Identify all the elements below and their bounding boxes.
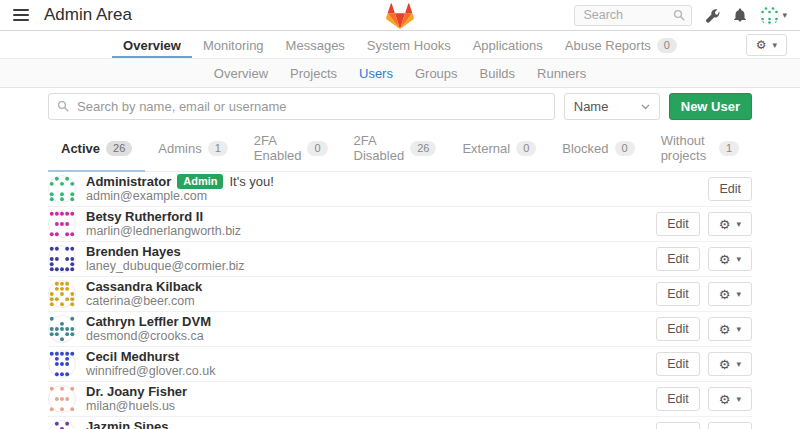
- users-list: Administrator Admin It's you! admin@exam…: [48, 172, 752, 429]
- caret-down-icon: ▾: [736, 220, 741, 229]
- caret-down-icon: ▾: [736, 290, 741, 299]
- user-email: admin@example.com: [86, 189, 708, 204]
- menu-icon[interactable]: [13, 9, 29, 21]
- user-row: Betsy Rutherford II marlin@lednerlangwor…: [48, 207, 752, 242]
- nav-tab-system-hooks[interactable]: System Hooks: [356, 31, 462, 58]
- user-email: marlin@lednerlangworth.biz: [86, 224, 656, 239]
- nav-tab-overview[interactable]: Overview: [112, 31, 192, 58]
- current-user-avatar: [760, 6, 779, 25]
- user-name[interactable]: Betsy Rutherford II: [86, 209, 203, 224]
- gitlab-logo[interactable]: [384, 2, 416, 30]
- user-avatar: [48, 245, 76, 273]
- subnav-groups[interactable]: Groups: [404, 66, 469, 81]
- abuse-reports-count-badge: 0: [657, 38, 677, 53]
- nav-tab-applications[interactable]: Applications: [462, 31, 554, 58]
- search-icon: [57, 100, 70, 113]
- nav-tab-abuse-reports[interactable]: Abuse Reports 0: [554, 31, 688, 58]
- user-avatar: [48, 210, 76, 238]
- caret-down-icon: ▾: [736, 360, 741, 369]
- filter-tab-active[interactable]: Active26: [48, 131, 145, 172]
- user-email: milan@huels.us: [86, 399, 656, 414]
- user-row: Jazmin Sipes juliet.turner@leannon.co.uk…: [48, 417, 752, 429]
- user-row: Cassandra Kilback caterina@beer.com Edit…: [48, 277, 752, 312]
- user-email: winnifred@glover.co.uk: [86, 364, 656, 379]
- gear-icon: ⚙: [719, 253, 731, 266]
- global-search: [574, 5, 692, 26]
- gear-icon: ⚙: [756, 38, 767, 52]
- edit-user-button[interactable]: Edit: [708, 177, 752, 201]
- user-settings-dropdown-button[interactable]: ⚙▾: [708, 387, 752, 411]
- user-settings-dropdown-button[interactable]: ⚙▾: [708, 352, 752, 376]
- sort-dropdown-value: Name: [574, 99, 609, 114]
- caret-down-icon: ▾: [736, 395, 741, 404]
- users-admin-content: Name New User Active26 Admins1 2FA Enabl…: [0, 93, 800, 429]
- gear-icon: ⚙: [719, 358, 731, 371]
- user-avatar: [48, 175, 76, 203]
- edit-user-button[interactable]: Edit: [656, 317, 700, 341]
- edit-user-button[interactable]: Edit: [656, 212, 700, 236]
- its-you-note: It's you!: [229, 174, 273, 189]
- edit-user-button[interactable]: Edit: [656, 422, 700, 429]
- user-row: Dr. Joany Fisher milan@huels.us Edit ⚙▾: [48, 382, 752, 417]
- edit-user-button[interactable]: Edit: [656, 387, 700, 411]
- user-filter-tabs: Active26 Admins1 2FA Enabled0 2FA Disabl…: [48, 131, 752, 172]
- user-settings-dropdown-button[interactable]: ⚙▾: [708, 317, 752, 341]
- edit-user-button[interactable]: Edit: [656, 247, 700, 271]
- filter-tab-without-projects[interactable]: Without projects1: [648, 131, 752, 172]
- caret-down-icon: ▾: [782, 11, 787, 20]
- user-name[interactable]: Cecil Medhurst: [86, 349, 179, 364]
- count-badge: 0: [516, 141, 536, 156]
- user-name[interactable]: Jazmin Sipes: [86, 419, 168, 429]
- user-name[interactable]: Administrator: [86, 174, 171, 189]
- user-avatar: [48, 350, 76, 378]
- edit-user-button[interactable]: Edit: [656, 282, 700, 306]
- user-row: Cathryn Leffler DVM desmond@crooks.ca Ed…: [48, 312, 752, 347]
- new-user-button[interactable]: New User: [669, 93, 752, 120]
- filter-tab-external[interactable]: External0: [449, 131, 549, 172]
- subnav-users[interactable]: Users: [348, 66, 404, 81]
- filter-tab-2fa-enabled[interactable]: 2FA Enabled0: [241, 131, 341, 172]
- admin-settings-dropdown-button[interactable]: ⚙ ▾: [746, 34, 787, 56]
- user-email: caterina@beer.com: [86, 294, 656, 309]
- user-name[interactable]: Cassandra Kilback: [86, 279, 202, 294]
- nav-tab-monitoring[interactable]: Monitoring: [192, 31, 275, 58]
- chevron-down-icon: [641, 104, 650, 110]
- count-badge: 0: [615, 141, 635, 156]
- count-badge: 0: [307, 141, 327, 156]
- count-badge: 26: [410, 141, 436, 156]
- filter-tab-2fa-disabled[interactable]: 2FA Disabled26: [341, 131, 450, 172]
- filter-tab-blocked[interactable]: Blocked0: [549, 131, 647, 172]
- user-avatar: [48, 420, 76, 429]
- subnav-runners[interactable]: Runners: [526, 66, 597, 81]
- user-settings-dropdown-button[interactable]: ⚙▾: [708, 282, 752, 306]
- nav-tab-messages[interactable]: Messages: [275, 31, 356, 58]
- user-avatar: [48, 280, 76, 308]
- user-search-input[interactable]: [48, 93, 555, 120]
- subnav-projects[interactable]: Projects: [279, 66, 348, 81]
- admin-nav: Overview Monitoring Messages System Hook…: [0, 31, 800, 59]
- user-name[interactable]: Dr. Joany Fisher: [86, 384, 187, 399]
- admin-badge: Admin: [177, 174, 223, 189]
- user-name[interactable]: Brenden Hayes: [86, 244, 181, 259]
- user-email: laney_dubuque@cormier.biz: [86, 259, 656, 274]
- search-icon: [673, 9, 686, 22]
- user-settings-dropdown-button[interactable]: ⚙▾: [708, 212, 752, 236]
- subnav-builds[interactable]: Builds: [469, 66, 526, 81]
- admin-area-page: { "header": { "title": "Admin Area", "se…: [0, 0, 800, 429]
- notifications-bell-icon[interactable]: [733, 8, 747, 22]
- users-toolbar: Name New User: [48, 93, 752, 120]
- user-name[interactable]: Cathryn Leffler DVM: [86, 314, 211, 329]
- user-settings-dropdown-button[interactable]: ⚙▾: [708, 247, 752, 271]
- caret-down-icon: ▾: [736, 325, 741, 334]
- user-menu[interactable]: ▾: [760, 6, 787, 25]
- filter-tab-admins[interactable]: Admins1: [145, 131, 240, 172]
- edit-user-button[interactable]: Edit: [656, 352, 700, 376]
- user-search-field: [48, 93, 555, 120]
- gear-icon: ⚙: [719, 288, 731, 301]
- count-badge: 1: [208, 141, 228, 156]
- user-settings-dropdown-button[interactable]: ⚙▾: [708, 422, 752, 429]
- sort-dropdown[interactable]: Name: [564, 93, 660, 120]
- subnav-overview[interactable]: Overview: [203, 66, 279, 81]
- gear-icon: ⚙: [719, 393, 731, 406]
- admin-wrench-icon[interactable]: [705, 8, 720, 23]
